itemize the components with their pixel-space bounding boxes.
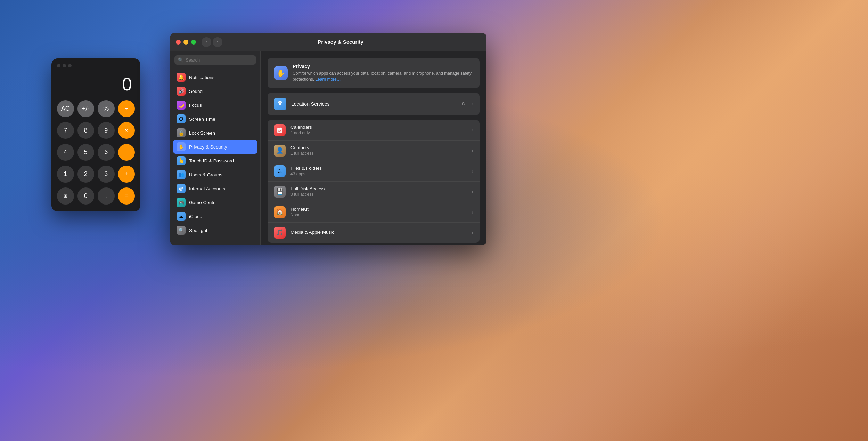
files-folders-text: Files & Folders 43 apps bbox=[290, 166, 467, 176]
privacy-text: Privacy Control which apps can access yo… bbox=[293, 64, 473, 82]
settings-row-files-folders[interactable]: 🗂 Files & Folders 43 apps › bbox=[268, 161, 480, 182]
media-music-text: Media & Apple Music bbox=[290, 230, 467, 235]
sidebar-item-notifications[interactable]: 🔔 Notifications bbox=[173, 70, 257, 84]
media-music-chevron-icon: › bbox=[472, 230, 473, 235]
calc-1-button[interactable]: 1 bbox=[57, 166, 74, 183]
calc-traffic-lights bbox=[57, 64, 135, 67]
calculator-window: 0 AC +/- % ÷ 7 8 9 × 4 5 6 − 1 2 3 + ⊞ 0… bbox=[51, 58, 140, 211]
sidebar-item-spotlight[interactable]: 🔍 Spotlight bbox=[173, 223, 257, 237]
sidebar-item-privacy-security[interactable]: ✋ Privacy & Security bbox=[173, 140, 257, 154]
privacy-card-title: Privacy bbox=[293, 64, 473, 69]
title-bar: ‹ › Privacy & Security bbox=[170, 33, 486, 51]
sidebar-label-notifications: Notifications bbox=[189, 75, 215, 80]
full-disk-icon: 💾 bbox=[274, 186, 286, 198]
sidebar-label-users-groups: Users & Groups bbox=[189, 172, 222, 177]
sidebar-label-privacy-security: Privacy & Security bbox=[189, 144, 227, 150]
traffic-lights bbox=[176, 40, 196, 45]
files-folders-icon: 🗂 bbox=[274, 165, 286, 177]
settings-row-contacts[interactable]: 👤 Contacts 1 full access › bbox=[268, 141, 480, 161]
sidebar-label-spotlight: Spotlight bbox=[189, 228, 207, 233]
calc-4-button[interactable]: 4 bbox=[57, 144, 74, 161]
sidebar-label-internet-accounts: Internet Accounts bbox=[189, 186, 225, 191]
calc-comma-button[interactable]: , bbox=[98, 187, 115, 205]
sysprefs-window: ‹ › Privacy & Security 🔍 🔔 Notifications… bbox=[170, 33, 486, 245]
notifications-icon: 🔔 bbox=[177, 73, 186, 82]
homekit-chevron-icon: › bbox=[472, 209, 473, 215]
forward-button[interactable]: › bbox=[213, 37, 222, 47]
sidebar-item-game-center[interactable]: 🎮 Game Center bbox=[173, 195, 257, 209]
calc-ac-button[interactable]: AC bbox=[57, 100, 74, 117]
settings-row-media-music[interactable]: 🎵 Media & Apple Music › bbox=[268, 223, 480, 243]
location-chevron-icon: › bbox=[472, 101, 473, 107]
search-bar[interactable]: 🔍 bbox=[174, 55, 256, 65]
search-icon: 🔍 bbox=[178, 57, 183, 63]
sidebar-label-game-center: Game Center bbox=[189, 200, 217, 205]
calc-5-button[interactable]: 5 bbox=[77, 144, 95, 161]
spotlight-icon: 🔍 bbox=[177, 226, 186, 235]
contacts-chevron-icon: › bbox=[472, 148, 473, 153]
main-content: ✋ Privacy Control which apps can access … bbox=[261, 51, 486, 245]
close-button[interactable] bbox=[176, 40, 181, 45]
sidebar-item-touchid[interactable]: 👆 Touch ID & Password bbox=[173, 154, 257, 168]
back-button[interactable]: ‹ bbox=[202, 37, 211, 47]
learn-more-link[interactable]: Learn more… bbox=[315, 77, 341, 82]
calendars-chevron-icon: › bbox=[472, 127, 473, 133]
settings-row-calendars[interactable]: 17 Calendars 1 add only › bbox=[268, 120, 480, 141]
calc-tl-3 bbox=[68, 64, 72, 67]
sidebar-item-screentime[interactable]: ⏱ Screen Time bbox=[173, 112, 257, 126]
sidebar-item-sound[interactable]: 🔊 Sound bbox=[173, 84, 257, 98]
full-disk-text: Full Disk Access 3 full access bbox=[290, 186, 467, 197]
calc-plus-button[interactable]: + bbox=[118, 166, 135, 183]
sidebar-label-touchid: Touch ID & Password bbox=[189, 158, 234, 163]
calc-6-button[interactable]: 6 bbox=[98, 144, 115, 161]
calc-grid-button[interactable]: ⊞ bbox=[57, 187, 74, 205]
svg-rect-3 bbox=[278, 127, 279, 129]
sidebar-item-icloud[interactable]: ☁ iCloud bbox=[173, 209, 257, 223]
sidebar-label-sound: Sound bbox=[189, 89, 203, 94]
calc-8-button[interactable]: 8 bbox=[77, 122, 95, 139]
sidebar-label-icloud: iCloud bbox=[189, 214, 202, 219]
sidebar-item-focus[interactable]: 🌙 Focus bbox=[173, 98, 257, 112]
privacy-card[interactable]: ✋ Privacy Control which apps can access … bbox=[268, 58, 480, 88]
sidebar-item-lockscreen[interactable]: 🔒 Lock Screen bbox=[173, 126, 257, 140]
calc-percent-button[interactable]: % bbox=[98, 100, 115, 117]
calc-multiply-button[interactable]: × bbox=[118, 122, 135, 139]
touchid-icon: 👆 bbox=[177, 156, 186, 165]
location-services-icon bbox=[274, 98, 286, 110]
calc-3-button[interactable]: 3 bbox=[98, 166, 115, 183]
homekit-text: HomeKit None bbox=[290, 207, 467, 217]
calendars-icon: 17 bbox=[274, 124, 286, 136]
homekit-icon: 🏠 bbox=[274, 206, 286, 218]
screentime-icon: ⏱ bbox=[177, 114, 186, 123]
calc-7-button[interactable]: 7 bbox=[57, 122, 74, 139]
location-services-count: 8 bbox=[462, 101, 465, 106]
maximize-button[interactable] bbox=[191, 40, 196, 45]
settings-row-full-disk[interactable]: 💾 Full Disk Access 3 full access › bbox=[268, 182, 480, 202]
contacts-text: Contacts 1 full access bbox=[290, 145, 467, 156]
contacts-icon: 👤 bbox=[274, 145, 286, 157]
location-services-row[interactable]: Location Services 8 › bbox=[268, 93, 480, 115]
full-disk-chevron-icon: › bbox=[472, 189, 473, 194]
minimize-button[interactable] bbox=[183, 40, 188, 45]
sidebar-item-internet-accounts[interactable]: @ Internet Accounts bbox=[173, 182, 257, 195]
calc-9-button[interactable]: 9 bbox=[98, 122, 115, 139]
search-input[interactable] bbox=[186, 57, 253, 63]
calc-0-button[interactable]: 0 bbox=[77, 187, 95, 205]
calc-equals-button[interactable]: = bbox=[118, 187, 135, 205]
calc-display: 0 bbox=[57, 71, 135, 100]
calc-2-button[interactable]: 2 bbox=[77, 166, 95, 183]
gamecenter-icon: 🎮 bbox=[177, 198, 186, 207]
internet-icon: @ bbox=[177, 184, 186, 193]
sidebar-item-users-groups[interactable]: 👥 Users & Groups bbox=[173, 168, 257, 182]
calc-plusminus-button[interactable]: +/- bbox=[77, 100, 95, 117]
calc-minus-button[interactable]: − bbox=[118, 144, 135, 161]
sidebar-list: 🔔 Notifications 🔊 Sound 🌙 Focus ⏱ Screen… bbox=[170, 69, 260, 245]
calc-buttons: AC +/- % ÷ 7 8 9 × 4 5 6 − 1 2 3 + ⊞ 0 ,… bbox=[57, 100, 135, 206]
icloud-icon: ☁ bbox=[177, 212, 186, 221]
calc-divide-button[interactable]: ÷ bbox=[118, 100, 135, 117]
sidebar-label-focus: Focus bbox=[189, 103, 202, 108]
sidebar-label-screentime: Screen Time bbox=[189, 117, 215, 122]
window-body: 🔍 🔔 Notifications 🔊 Sound 🌙 Focus ⏱ bbox=[170, 51, 486, 245]
settings-row-homekit[interactable]: 🏠 HomeKit None › bbox=[268, 202, 480, 223]
media-music-icon: 🎵 bbox=[274, 227, 286, 239]
